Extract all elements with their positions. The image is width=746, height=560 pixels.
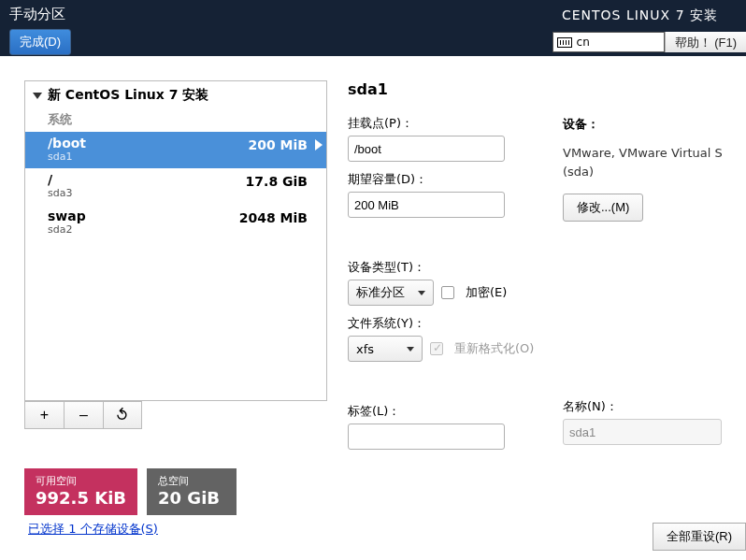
keyboard-layout-value: cn (577, 36, 590, 49)
total-space-box: 总空间 20 GiB (147, 468, 237, 515)
partition-size: 200 MiB (249, 137, 308, 152)
reformat-label: 重新格式化(O) (454, 340, 534, 357)
device-value: VMware, VMware Virtual S (sda) (563, 144, 731, 180)
device-type-select[interactable]: 标准分区 (348, 280, 434, 306)
help-button[interactable]: 帮助！ (F1) (665, 32, 746, 52)
system-group-label: 系统 (25, 109, 326, 132)
name-input (563, 419, 722, 445)
install-root-row[interactable]: 新 CentOS Linux 7 安装 (25, 81, 326, 109)
filesystem-value: xfs (356, 342, 374, 356)
storage-devices-link[interactable]: 已选择 1 个存储设备(S) (28, 522, 158, 536)
chevron-down-icon (418, 291, 425, 295)
chevron-down-icon (407, 347, 414, 352)
remove-partition-button[interactable]: – (64, 401, 103, 429)
name-label: 名称(N)： (563, 398, 731, 415)
mount-point-input[interactable] (348, 136, 505, 162)
installer-title: CENTOS LINUX 7 安装 (562, 7, 718, 24)
total-space-label: 总空间 (158, 474, 225, 488)
device-type-label: 设备类型(T)： (348, 259, 727, 276)
total-space-value: 20 GiB (158, 488, 225, 508)
partition-row-swap[interactable]: swap 2048 MiB sda2 (25, 205, 326, 241)
partition-row-root[interactable]: / 17.8 GiB sda3 (25, 168, 326, 205)
header-bar: 手动分区 完成(D) CENTOS LINUX 7 安装 cn 帮助！ (F1) (0, 0, 746, 56)
available-space-value: 992.5 KiB (36, 488, 126, 508)
reload-button[interactable]: ↻ (103, 401, 142, 429)
chevron-down-icon (33, 93, 42, 99)
keyboard-icon (557, 37, 572, 48)
available-space-box: 可用空间 992.5 KiB (24, 468, 137, 515)
reset-all-button[interactable]: 全部重设(R) (653, 523, 746, 551)
encrypt-label: 加密(E) (466, 284, 507, 301)
space-summary: 可用空间 992.5 KiB 总空间 20 GiB (24, 468, 746, 515)
filesystem-select[interactable]: xfs (348, 336, 423, 362)
install-root-label: 新 CentOS Linux 7 安装 (48, 87, 208, 104)
keyboard-layout-selector[interactable]: cn (552, 32, 665, 52)
filesystem-label: 文件系统(Y)： (348, 315, 727, 332)
partition-details: sda1 挂载点(P)： 期望容量(D)： 设备类型(T)： 标准分区 加密(E… (348, 80, 746, 459)
device-type-value: 标准分区 (356, 284, 405, 301)
done-button[interactable]: 完成(D) (9, 29, 71, 55)
add-partition-button[interactable]: + (24, 401, 64, 429)
capacity-input[interactable] (348, 192, 505, 218)
partition-list-panel: 新 CentOS Linux 7 安装 系统 /boot 200 MiB sda… (24, 80, 327, 401)
partition-size: 17.8 GiB (246, 174, 308, 189)
available-space-label: 可用空间 (36, 474, 126, 488)
partition-toolbar: + – ↻ (24, 401, 327, 429)
reload-icon: ↻ (111, 404, 135, 427)
device-header: 设备： (563, 116, 731, 133)
details-heading: sda1 (348, 80, 727, 98)
partition-size: 2048 MiB (239, 210, 308, 225)
reformat-checkbox: ✓ (430, 342, 443, 355)
encrypt-checkbox[interactable] (441, 286, 454, 299)
tag-input[interactable] (348, 424, 505, 450)
modify-button[interactable]: 修改...(M) (563, 194, 643, 222)
partition-row-boot[interactable]: /boot 200 MiB sda1 (25, 132, 326, 168)
